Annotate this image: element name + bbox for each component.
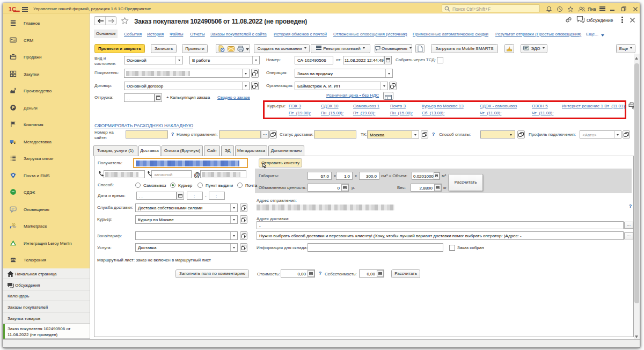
- svg-text:$: $: [13, 223, 14, 227]
- svg-text:Р: Р: [12, 105, 14, 110]
